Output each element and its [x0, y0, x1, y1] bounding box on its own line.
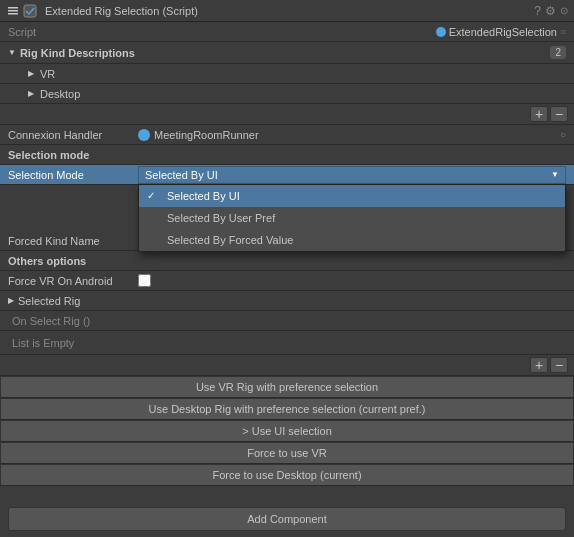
svg-rect-2: [8, 13, 18, 15]
selection-mode-row[interactable]: Selection Mode Selected By UI ▼ ✓ Select…: [0, 165, 574, 185]
script-dot-icon: [436, 27, 446, 37]
add-component-section: Add Component: [0, 501, 574, 537]
dropdown-button[interactable]: Selected By UI ▼: [138, 166, 566, 184]
selection-mode-dropdown[interactable]: Selected By UI ▼ ✓ Selected By UI ✓ Sele…: [138, 166, 566, 184]
dropdown-option-1[interactable]: ✓ Selected By User Pref: [139, 207, 565, 229]
vr-triangle: ▶: [28, 69, 34, 78]
selection-mode-group: Selection mode: [0, 145, 574, 165]
desktop-triangle: ▶: [28, 89, 34, 98]
rig-kind-count: 2: [550, 46, 566, 59]
option-1-label: Selected By User Pref: [167, 212, 275, 224]
selected-rig-label: Selected Rig: [18, 295, 80, 307]
forced-kind-label: Forced Kind Name: [8, 235, 138, 247]
connexion-value: MeetingRoomRunner ○: [138, 129, 566, 141]
menu-icon: [6, 4, 20, 18]
option-0-label: Selected By UI: [167, 190, 240, 202]
add-component-button[interactable]: Add Component: [8, 507, 566, 531]
action-btn-4[interactable]: Force to use Desktop (current): [0, 464, 574, 486]
connexion-value-text: MeetingRoomRunner: [154, 129, 259, 141]
script-edit-icon[interactable]: ○: [560, 26, 566, 37]
checkbox-icon[interactable]: [23, 4, 37, 18]
dropdown-option-0[interactable]: ✓ Selected By UI: [139, 185, 565, 207]
dropdown-selected-value: Selected By UI: [145, 169, 218, 181]
force-vr-checkbox[interactable]: [138, 274, 151, 287]
svg-rect-0: [8, 7, 18, 9]
connexion-label: Connexion Handler: [8, 129, 138, 141]
others-options-section: Others options: [0, 251, 574, 271]
connexion-handler-row: Connexion Handler MeetingRoomRunner ○: [0, 125, 574, 145]
action-btn-2[interactable]: > Use UI selection: [0, 420, 574, 442]
list-empty-label: List is Empty: [12, 337, 74, 349]
rig-kind-label: Rig Kind Descriptions: [20, 47, 135, 59]
desktop-label: Desktop: [40, 88, 80, 100]
action-btn-3[interactable]: Force to use VR: [0, 442, 574, 464]
vr-label: VR: [40, 68, 55, 80]
title-bar: Extended Rig Selection (Script) ? ⚙ ⊙: [0, 0, 574, 22]
add-selected-rig-button[interactable]: +: [530, 357, 548, 373]
svg-rect-3: [24, 5, 36, 17]
title-bar-right: ? ⚙ ⊙: [534, 4, 568, 18]
on-select-rig-row: On Select Rig (): [0, 311, 574, 331]
on-select-rig-label: On Select Rig (): [12, 315, 90, 327]
dropdown-option-2[interactable]: ✓ Selected By Forced Value: [139, 229, 565, 251]
force-vr-row: Force VR On Android: [0, 271, 574, 291]
selected-rig-list-controls: + −: [0, 355, 574, 376]
script-label: Script: [8, 26, 36, 38]
force-vr-label: Force VR On Android: [8, 275, 138, 287]
others-options-label: Others options: [8, 255, 86, 267]
selected-rig-header[interactable]: ▶ Selected Rig: [0, 291, 574, 311]
action-btn-1[interactable]: Use Desktop Rig with preference selectio…: [0, 398, 574, 420]
action-buttons-container: Use VR Rig with preference selection Use…: [0, 376, 574, 486]
force-vr-value: [138, 274, 566, 287]
script-name-container: ExtendedRigSelection ○: [436, 26, 566, 38]
selection-mode-group-label: Selection mode: [8, 149, 89, 161]
title-bar-title: Extended Rig Selection (Script): [45, 5, 530, 17]
help-icon[interactable]: ?: [534, 4, 541, 18]
action-btn-0[interactable]: Use VR Rig with preference selection: [0, 376, 574, 398]
script-header: Script ExtendedRigSelection ○: [0, 22, 574, 42]
connexion-edit-icon[interactable]: ○: [560, 129, 566, 140]
script-name: ExtendedRigSelection: [449, 26, 557, 38]
dropdown-menu: ✓ Selected By UI ✓ Selected By User Pref…: [138, 184, 566, 252]
lock-icon[interactable]: ⊙: [560, 5, 568, 16]
connexion-dot-icon: [138, 129, 150, 141]
rig-kind-triangle: ▼: [8, 48, 16, 57]
rig-vr-item[interactable]: ▶ VR: [0, 64, 574, 84]
title-bar-icons: [6, 4, 37, 18]
check-icon-0: ✓: [147, 190, 161, 201]
settings-icon[interactable]: ⚙: [545, 4, 556, 18]
svg-rect-1: [8, 10, 18, 12]
selected-rig-triangle: ▶: [8, 296, 14, 305]
option-2-label: Selected By Forced Value: [167, 234, 293, 246]
add-rig-button[interactable]: +: [530, 106, 548, 122]
selection-mode-label: Selection Mode: [8, 169, 138, 181]
list-empty-row: List is Empty: [0, 331, 574, 355]
dropdown-chevron-icon: ▼: [551, 170, 559, 179]
remove-rig-button[interactable]: −: [550, 106, 568, 122]
remove-selected-rig-button[interactable]: −: [550, 357, 568, 373]
rig-desktop-item[interactable]: ▶ Desktop: [0, 84, 574, 104]
rig-kind-section-header[interactable]: ▼ Rig Kind Descriptions 2: [0, 42, 574, 64]
rig-list-controls: + −: [0, 104, 574, 125]
